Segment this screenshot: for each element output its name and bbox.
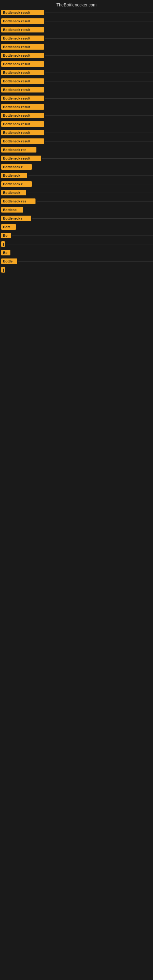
bottleneck-badge[interactable]: Bottleneck r <box>1 164 32 170</box>
bottleneck-badge[interactable]: Bottleneck <box>1 173 27 178</box>
row-line <box>37 201 153 202</box>
row-line <box>45 56 153 56</box>
bottleneck-badge[interactable]: Bottleneck result <box>1 78 44 84</box>
bottleneck-row: Bottle <box>0 257 153 265</box>
bottleneck-row: Bottleneck result <box>0 9 153 16</box>
bottleneck-row: Bottleneck result <box>0 137 153 145</box>
bottleneck-badge[interactable]: Bottleneck result <box>1 35 44 41</box>
bottleneck-row: Bottlene <box>0 206 153 214</box>
row-line <box>33 167 153 167</box>
row-line <box>45 47 153 47</box>
bottleneck-badge[interactable]: Bott <box>1 224 16 230</box>
bottleneck-row: Bottleneck result <box>0 111 153 119</box>
bottleneck-row: Bottleneck result <box>0 68 153 76</box>
bottleneck-row: Bottleneck result <box>0 51 153 59</box>
row-line <box>45 124 153 124</box>
bottleneck-badge[interactable]: Bottleneck result <box>1 61 44 67</box>
bottleneck-badge[interactable]: Bottleneck result <box>1 44 44 49</box>
site-header: TheBottlenecker.com <box>0 0 153 9</box>
bottleneck-badge[interactable]: Bottleneck r <box>1 216 31 221</box>
bottleneck-row: Bottleneck r <box>0 163 153 171</box>
bottleneck-badge[interactable]: Bottleneck result <box>1 121 44 127</box>
bottleneck-row: Bottleneck result <box>0 26 153 34</box>
bottleneck-row: Bottleneck result <box>0 94 153 102</box>
bottleneck-badge[interactable]: Bottlene <box>1 207 23 213</box>
bottleneck-badge[interactable]: | <box>1 241 5 247</box>
bottleneck-badge[interactable]: Bottleneck result <box>1 52 44 58</box>
bottleneck-badge[interactable]: Bottleneck r <box>1 181 32 187</box>
row-line <box>45 13 153 13</box>
row-line <box>45 81 153 81</box>
row-line <box>45 141 153 142</box>
bottleneck-row: | <box>0 240 153 248</box>
bottleneck-row: Bottleneck result <box>0 34 153 42</box>
row-line <box>29 175 153 176</box>
bottleneck-row: Bottleneck result <box>0 120 153 128</box>
bottleneck-badge[interactable]: Bottle <box>1 258 17 264</box>
bottleneck-row: Bottleneck result <box>0 17 153 25</box>
row-line <box>27 192 153 193</box>
bottleneck-badge[interactable]: Bottleneck result <box>1 156 41 161</box>
bottleneck-row: Bottleneck result <box>0 86 153 94</box>
bottleneck-badge[interactable]: Bottleneck res <box>1 147 37 153</box>
bottleneck-row: Bottleneck result <box>0 129 153 137</box>
row-line <box>33 184 153 185</box>
row-line <box>45 73 153 73</box>
bottleneck-badge[interactable]: Bottleneck result <box>1 10 44 15</box>
bottleneck-badge[interactable]: | <box>1 267 5 272</box>
bottleneck-badge[interactable]: Bottleneck res <box>1 199 35 204</box>
site-title: TheBottlenecker.com <box>56 2 97 7</box>
bottleneck-row: | <box>0 266 153 274</box>
bottleneck-row: Bottleneck result <box>0 60 153 68</box>
bottleneck-badge[interactable]: Bottleneck result <box>1 18 44 24</box>
row-line <box>45 98 153 99</box>
bottleneck-row: Bottleneck <box>0 189 153 197</box>
bottleneck-row: Bo <box>0 249 153 257</box>
bottleneck-row: Bottleneck result <box>0 43 153 51</box>
row-line <box>45 107 153 107</box>
bottleneck-row: Bottleneck r <box>0 215 153 222</box>
bottleneck-badge[interactable]: Bottleneck result <box>1 27 44 32</box>
row-line <box>45 64 153 64</box>
bottleneck-badge[interactable]: Bottleneck <box>1 190 26 196</box>
bottleneck-row: Bo <box>0 232 153 240</box>
bottleneck-row: Bottleneck result <box>0 154 153 162</box>
bottleneck-row: Bottleneck r <box>0 180 153 188</box>
row-line <box>45 90 153 90</box>
bottleneck-badge[interactable]: Bottleneck result <box>1 70 44 75</box>
bottleneck-container: Bottleneck resultBottleneck resultBottle… <box>0 9 153 274</box>
bottleneck-badge[interactable]: Bottleneck result <box>1 104 44 110</box>
bottleneck-badge[interactable]: Bo <box>1 233 11 238</box>
bottleneck-row: Bottleneck result <box>0 103 153 111</box>
bottleneck-row: Bottleneck res <box>0 146 153 154</box>
row-line <box>24 210 153 210</box>
bottleneck-badge[interactable]: Bottleneck result <box>1 113 44 118</box>
bottleneck-badge[interactable]: Bottleneck result <box>1 87 44 92</box>
bottleneck-row: Bottleneck res <box>0 197 153 205</box>
bottleneck-badge[interactable]: Bottleneck result <box>1 95 44 101</box>
row-line <box>12 235 153 236</box>
row-line <box>42 158 153 159</box>
bottleneck-badge[interactable]: Bottleneck result <box>1 130 44 135</box>
bottleneck-row: Bottleneck <box>0 172 153 180</box>
bottleneck-row: Bottleneck result <box>0 77 153 85</box>
bottleneck-badge[interactable]: Bo <box>1 250 10 255</box>
bottleneck-badge[interactable]: Bottleneck result <box>1 138 44 144</box>
bottleneck-row: Bott <box>0 223 153 231</box>
row-line <box>12 253 153 253</box>
row-line <box>6 270 153 270</box>
row-line <box>32 218 153 219</box>
row-line <box>45 115 153 116</box>
row-line <box>45 30 153 30</box>
